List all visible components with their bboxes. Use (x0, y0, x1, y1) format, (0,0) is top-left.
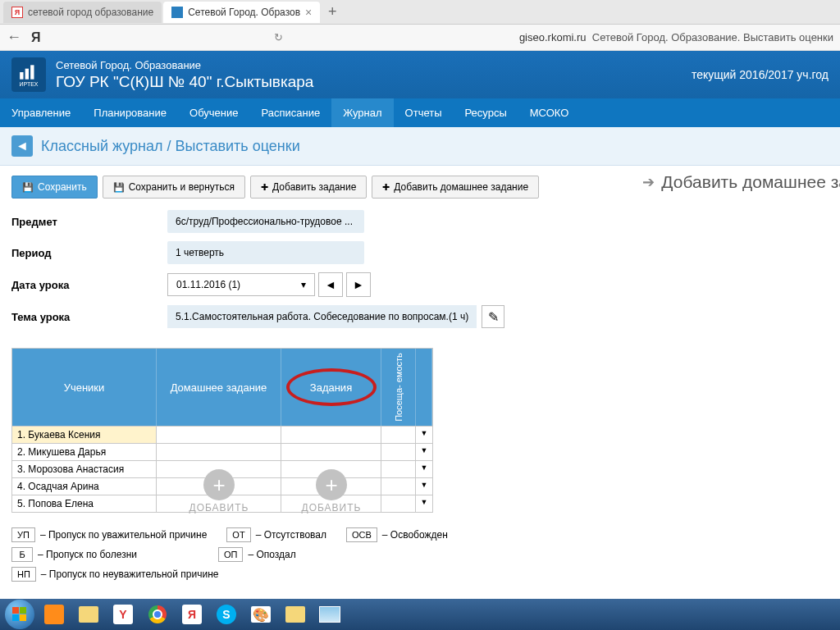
subject-label: Предмет (11, 216, 167, 228)
topic-label: Тема урока (11, 311, 167, 323)
svg-rect-5 (12, 614, 19, 621)
svg-rect-2 (30, 65, 34, 79)
taskbar-explorer-icon[interactable] (72, 601, 105, 628)
save-icon: 💾 (22, 182, 34, 193)
add-task-button[interactable]: ✚Добавить задание (250, 176, 367, 199)
date-prev-button[interactable]: ◄ (318, 272, 343, 297)
taskbar-folder-icon[interactable] (279, 601, 312, 628)
col-header-dropdown (416, 349, 432, 426)
attend-cell[interactable] (381, 444, 416, 460)
logo-label: ИРТЕХ (20, 81, 39, 87)
taskbar-chrome-icon[interactable] (141, 601, 174, 628)
plus-icon: ✚ (261, 182, 268, 193)
save-icon: 💾 (113, 182, 125, 193)
hw-cell[interactable] (157, 427, 281, 443)
svg-rect-6 (20, 614, 26, 621)
row-dropdown[interactable]: ▼ (416, 495, 432, 512)
legend-item: НП– Пропуск по неуважительной причине (11, 567, 218, 582)
nav-msoko[interactable]: МСОКО (518, 98, 581, 127)
subject-field[interactable]: 6с/труд/Профессионально-трудовое ... (167, 210, 364, 233)
date-label: Дата урока (11, 279, 167, 291)
row-dropdown[interactable]: ▼ (416, 461, 432, 477)
reload-icon[interactable]: ↻ (274, 31, 283, 43)
windows-logo-icon (5, 600, 34, 629)
table-row: 2. Микушева Дарья ▼ (12, 443, 432, 460)
nav-schedule[interactable]: Расписание (249, 98, 331, 127)
breadcrumb-back-button[interactable]: ◄ (11, 135, 33, 157)
svg-rect-4 (20, 607, 26, 614)
url-host: giseo.rkomi.ru Сетевой Город. Образовани… (519, 31, 833, 43)
nav-planning[interactable]: Планирование (82, 98, 178, 127)
period-label: Период (11, 247, 167, 259)
tab-title: сетевой город образование (28, 7, 153, 18)
task-cell[interactable] (281, 427, 381, 443)
browser-tab-active[interactable]: Сетевой Город. Образов × (163, 2, 320, 23)
row-dropdown[interactable]: ▼ (416, 427, 432, 443)
taskbar-skype-icon[interactable]: S (210, 601, 243, 628)
school-name: ГОУ РК "С(К)Ш № 40" г.Сыктывкара (56, 73, 313, 91)
school-year: текущий 2016/2017 уч.год (692, 68, 829, 81)
student-name[interactable]: 4. Осадчая Арина (12, 478, 157, 495)
student-name[interactable]: 3. Морозова Анастасия (12, 461, 157, 477)
hw-cell[interactable] (157, 444, 281, 460)
col-header-students: Ученики (12, 349, 157, 426)
taskbar-media-icon[interactable] (38, 601, 71, 628)
nav-learning[interactable]: Обучение (178, 98, 249, 127)
grade-table-body: 1. Букаева Ксения ▼ 2. Микушева Дарья ▼ … (12, 426, 432, 512)
taskbar-image-icon[interactable] (313, 601, 346, 628)
plus-icon: ✚ (382, 182, 390, 193)
save-return-button[interactable]: 💾Сохранить и вернуться (103, 176, 245, 199)
student-name[interactable]: 2. Микушева Дарья (12, 444, 157, 460)
col-header-homework: Домашнее задание (157, 349, 281, 426)
row-dropdown[interactable]: ▼ (416, 478, 432, 495)
svg-rect-0 (20, 72, 23, 80)
student-name[interactable]: 1. Букаева Ксения (12, 427, 157, 443)
add-homework-button[interactable]: ✚Добавить домашнее задание (372, 176, 539, 199)
save-button[interactable]: 💾Сохранить (11, 176, 98, 199)
browser-tab-strip: Я сетевой город образование Сетевой Горо… (0, 0, 840, 25)
taskbar-yandex-browser-icon[interactable]: Y (107, 601, 139, 628)
back-arrow-icon[interactable]: ← (7, 29, 21, 46)
row-dropdown[interactable]: ▼ (416, 444, 432, 460)
arrow-icon: ➔ (642, 173, 655, 191)
nav-resources[interactable]: Ресурсы (454, 98, 518, 127)
nav-reports[interactable]: Отчеты (394, 98, 454, 127)
period-field[interactable]: 1 четверть (167, 241, 364, 264)
task-cell[interactable] (281, 444, 381, 460)
edit-topic-button[interactable]: ✎ (482, 305, 504, 328)
app-logo[interactable]: ИРТЕХ (11, 57, 46, 92)
attend-cell[interactable] (381, 427, 416, 443)
attend-cell[interactable] (381, 495, 416, 512)
nav-journal[interactable]: Журнал (331, 98, 393, 127)
legend-item: ОТ– Отсутствовал (226, 527, 326, 542)
col-header-attendance: Посеща- емость (381, 349, 416, 426)
svg-rect-3 (12, 607, 19, 614)
main-nav: Управление Планирование Обучение Расписа… (0, 98, 840, 127)
chart-icon (18, 63, 39, 81)
close-icon[interactable]: × (305, 6, 312, 19)
student-name[interactable]: 5. Попова Елена (12, 495, 157, 512)
pencil-icon: ✎ (488, 309, 499, 325)
attend-cell[interactable] (381, 461, 416, 477)
legend: УП– Пропуск по уважительной причине ОТ– … (11, 527, 829, 582)
date-select[interactable]: 01.11.2016 (1)▾ (167, 273, 315, 296)
attend-cell[interactable] (381, 478, 416, 495)
yandex-logo[interactable]: Я (31, 30, 41, 45)
add-button[interactable]: + (316, 469, 347, 500)
table-row: 1. Букаева Ксения ▼ (12, 426, 432, 443)
start-button[interactable] (3, 601, 36, 628)
legend-item: ОСВ– Освобожден (346, 527, 448, 542)
nav-management[interactable]: Управление (0, 98, 82, 127)
new-tab-button[interactable]: + (322, 2, 343, 23)
topic-field: 5.1.Самостоятельная работа. Собеседовани… (167, 305, 477, 328)
add-button[interactable]: + (203, 469, 235, 500)
taskbar-yandex-icon[interactable]: Я (176, 601, 208, 628)
taskbar-paint-icon[interactable]: 🎨 (244, 601, 277, 628)
chevron-down-icon: ▾ (301, 279, 306, 290)
yandex-icon: Я (11, 7, 23, 18)
app-header: ИРТЕХ Сетевой Город. Образование ГОУ РК … (0, 51, 840, 98)
breadcrumb-text: Классный журнал / Выставить оценки (41, 138, 300, 155)
date-next-button[interactable]: ► (346, 272, 371, 297)
browser-tab-inactive[interactable]: Я сетевой город образование (3, 2, 162, 23)
col-header-tasks: Задания (281, 349, 381, 426)
